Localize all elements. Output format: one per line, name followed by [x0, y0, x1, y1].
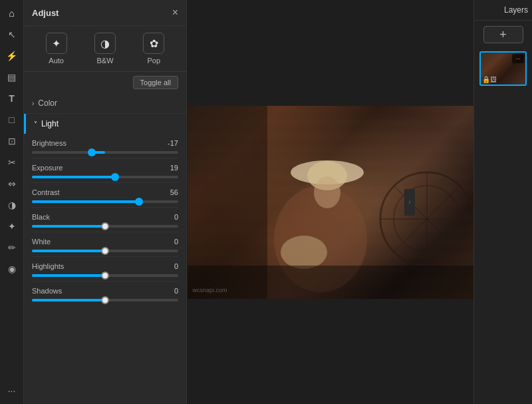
color-chevron: › — [32, 100, 34, 107]
layer-lock-icon: 🔒 — [482, 76, 490, 83]
eye-icon[interactable]: ◉ — [3, 260, 21, 278]
contrast-track[interactable] — [32, 200, 178, 203]
photo-watermark: wcsnapi.com — [193, 287, 227, 294]
black-value: 0 — [174, 213, 178, 221]
brightness-value: -17 — [168, 139, 178, 147]
lightning-icon[interactable]: ⚡ — [3, 47, 21, 65]
light-section-header[interactable]: ˅ Light — [24, 114, 186, 134]
white-thumb — [101, 247, 109, 255]
brightness-label: Brightness — [32, 139, 66, 147]
pop-label: Pop — [148, 57, 161, 65]
adjust-sections: › Color ˅ Light Brightness -17 — [24, 93, 186, 404]
circle-icon[interactable]: ◑ — [3, 196, 21, 214]
adjust-icon-btn[interactable]: ⇔ — [3, 174, 21, 193]
pop-preset-button[interactable]: ✿ Pop — [143, 33, 164, 65]
black-fill — [32, 225, 105, 228]
adjust-panel: Adjust × ✦ Auto ◑ B&W ✿ Pop Toggle all ›… — [24, 0, 187, 404]
shadows-thumb — [101, 296, 109, 304]
white-label: White — [32, 238, 51, 246]
scissors-icon[interactable]: ✂ — [3, 153, 21, 172]
cursor-icon[interactable]: ↖ — [3, 25, 21, 44]
layer-menu-button[interactable]: ··· — [512, 54, 524, 63]
svg-point-12 — [281, 236, 327, 269]
black-slider-row: Black 0 — [32, 208, 178, 232]
highlights-track[interactable] — [32, 274, 178, 277]
main-canvas-area: wcsnapi.com › — [187, 0, 473, 404]
brightness-label-row: Brightness -17 — [32, 139, 178, 147]
exposure-label-row: Exposure 19 — [32, 164, 178, 172]
bw-preset-button[interactable]: ◑ B&W — [94, 33, 116, 65]
add-layer-button[interactable]: + — [483, 26, 523, 43]
crop-icon[interactable]: ⊡ — [3, 132, 21, 150]
bw-label: B&W — [96, 57, 113, 65]
color-section-header[interactable]: › Color — [24, 93, 186, 114]
brush-icon[interactable]: ✏ — [3, 238, 21, 257]
shadows-label: Shadows — [32, 287, 62, 295]
close-button[interactable]: × — [172, 7, 178, 19]
bw-icon: ◑ — [94, 33, 116, 54]
layers-panel: Layers + ··· 🖼 🔒 — [473, 0, 532, 404]
highlights-label-row: Highlights 0 — [32, 262, 178, 270]
svg-rect-14 — [188, 266, 473, 299]
collapse-handle[interactable]: › — [404, 189, 415, 216]
highlights-label: Highlights — [32, 262, 64, 270]
layers-title: Layers — [504, 5, 528, 15]
adjust-title: Adjust — [32, 8, 59, 18]
layers-header: Layers — [474, 0, 532, 21]
light-section-content: Brightness -17 Exposure 19 — [24, 134, 186, 305]
brightness-thumb — [88, 148, 96, 156]
contrast-label-row: Contrast 56 — [32, 188, 178, 196]
brightness-slider-row: Brightness -17 — [32, 134, 178, 158]
shadows-label-row: Shadows 0 — [32, 287, 178, 295]
exposure-thumb — [111, 173, 119, 181]
white-value: 0 — [174, 238, 178, 246]
more-icon[interactable]: ··· — [3, 381, 21, 400]
photo-container: wcsnapi.com — [188, 106, 473, 299]
contrast-label: Contrast — [32, 188, 60, 196]
auto-preset-button[interactable]: ✦ Auto — [46, 33, 67, 65]
shadows-value: 0 — [174, 287, 178, 295]
white-slider-row: White 0 — [32, 232, 178, 257]
black-thumb — [101, 222, 109, 230]
healing-icon[interactable]: ✦ — [3, 217, 21, 236]
exposure-value: 19 — [170, 164, 178, 172]
shadows-slider-row: Shadows 0 — [32, 282, 178, 305]
contrast-slider-row: Contrast 56 — [32, 183, 178, 208]
exposure-track[interactable] — [32, 176, 178, 178]
home-icon[interactable]: ⌂ — [3, 4, 21, 23]
svg-point-11 — [314, 176, 340, 208]
contrast-value: 56 — [170, 188, 178, 196]
shadows-track[interactable] — [32, 299, 178, 302]
photo-image: wcsnapi.com — [188, 106, 473, 299]
photo-svg — [188, 106, 473, 299]
auto-label: Auto — [49, 57, 64, 65]
contrast-fill — [32, 200, 139, 203]
toggle-all-button[interactable]: Toggle all — [133, 76, 178, 89]
black-label-row: Black 0 — [32, 213, 178, 221]
exposure-slider-row: Exposure 19 — [32, 158, 178, 183]
white-track[interactable] — [32, 250, 178, 252]
light-section-label: Light — [41, 119, 59, 128]
black-label: Black — [32, 213, 50, 221]
layer-item[interactable]: ··· 🖼 🔒 — [479, 51, 527, 86]
layers-icon-btn[interactable]: ▤ — [3, 68, 21, 87]
white-fill — [32, 250, 105, 252]
shadows-fill — [32, 299, 105, 302]
layer-image-icon: 🖼 — [490, 76, 497, 83]
left-icon-sidebar: ⌂ ↖ ⚡ ▤ T □ ⊡ ✂ ⇔ ◑ ✦ ✏ ◉ ··· — [0, 0, 24, 404]
highlights-fill — [32, 274, 105, 277]
exposure-fill — [32, 176, 115, 178]
exposure-label: Exposure — [32, 164, 63, 172]
brightness-track[interactable] — [32, 151, 178, 154]
pop-icon: ✿ — [143, 33, 164, 54]
black-track[interactable] — [32, 225, 178, 228]
contrast-thumb — [135, 198, 143, 206]
adjust-header: Adjust × — [24, 0, 186, 26]
auto-icon: ✦ — [46, 33, 67, 54]
shape-icon[interactable]: □ — [3, 110, 21, 129]
light-chevron: ˅ — [34, 120, 37, 128]
highlights-thumb — [101, 272, 109, 280]
color-section-label: Color — [38, 99, 57, 108]
text-icon[interactable]: T — [3, 89, 21, 108]
highlights-slider-row: Highlights 0 — [32, 257, 178, 282]
